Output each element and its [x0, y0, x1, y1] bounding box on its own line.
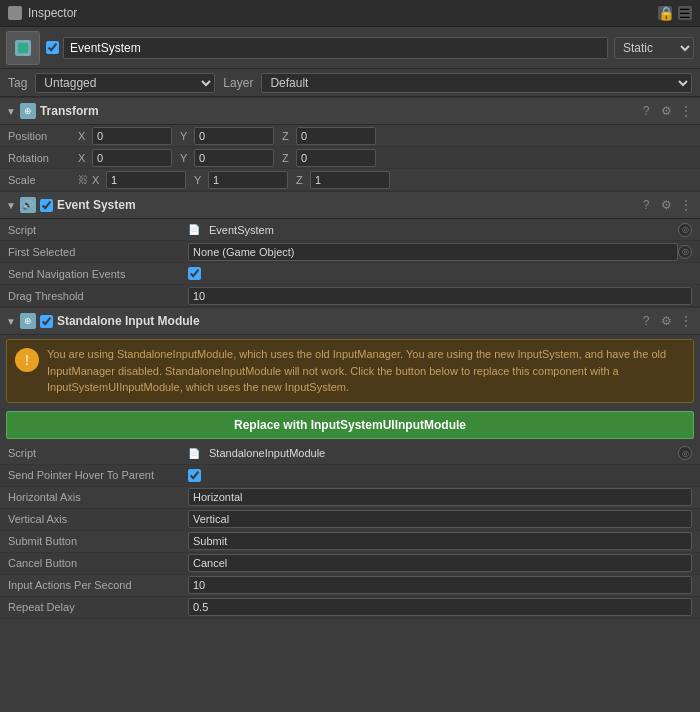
- object-header: Static: [0, 27, 700, 69]
- es-script-picker[interactable]: ◎: [678, 223, 692, 237]
- es-dragthreshold-row: Drag Threshold: [0, 285, 700, 307]
- es-dragthreshold-input[interactable]: [188, 287, 692, 305]
- sim-submit-value: [188, 532, 692, 550]
- standalone-settings-button[interactable]: ⚙: [658, 313, 674, 329]
- sim-sendpointer-label: Send Pointer Hover To Parent: [8, 469, 188, 481]
- sim-iaps-row: Input Actions Per Second: [0, 575, 700, 597]
- standalone-actions: ? ⚙ ⋮: [638, 313, 694, 329]
- es-firstselected-picker[interactable]: ◎: [678, 245, 692, 259]
- eventsystem-section-header[interactable]: ▼ 🔊 Event System ? ⚙ ⋮: [0, 191, 700, 219]
- position-label: Position: [8, 130, 78, 142]
- lock-button[interactable]: 🔒: [658, 6, 672, 20]
- transform-actions: ? ⚙ ⋮: [638, 103, 694, 119]
- scale-y-input[interactable]: [208, 171, 288, 189]
- es-sendnav-checkbox[interactable]: [188, 267, 201, 280]
- tag-layer-row: Tag Untagged Layer Default: [0, 69, 700, 97]
- sim-vaxis-value: [188, 510, 692, 528]
- es-script-label: Script: [8, 224, 188, 236]
- scale-label: Scale: [8, 174, 78, 186]
- eventsystem-help-button[interactable]: ?: [638, 197, 654, 213]
- eventsystem-menu-button[interactable]: ⋮: [678, 197, 694, 213]
- sim-haxis-label: Horizontal Axis: [8, 491, 188, 503]
- transform-section-header[interactable]: ▼ ⊕ Transform ? ⚙ ⋮: [0, 97, 700, 125]
- es-sendnav-value: [188, 267, 692, 280]
- sim-haxis-value: [188, 488, 692, 506]
- sim-iaps-input[interactable]: [188, 576, 692, 594]
- sim-submit-input[interactable]: [188, 532, 692, 550]
- es-sendnav-row: Send Navigation Events: [0, 263, 700, 285]
- eventsystem-settings-button[interactable]: ⚙: [658, 197, 674, 213]
- object-name-input[interactable]: [63, 37, 608, 59]
- pos-y-input[interactable]: [194, 127, 274, 145]
- rot-y-input[interactable]: [194, 149, 274, 167]
- sim-script-picker[interactable]: ◎: [678, 446, 692, 460]
- scale-z-input[interactable]: [310, 171, 390, 189]
- scale-y-axis: Y: [194, 174, 206, 186]
- replace-button[interactable]: Replace with InputSystemUIInputModule: [6, 411, 694, 439]
- sim-script-label: Script: [8, 447, 188, 459]
- sim-haxis-row: Horizontal Axis: [0, 487, 700, 509]
- warning-text: You are using StandaloneInputModule, whi…: [47, 346, 685, 396]
- transform-icon: ⊕: [20, 103, 36, 119]
- object-icon: [6, 31, 40, 65]
- scale-row: Scale ⛓ X Y Z: [0, 169, 700, 191]
- sim-script-icon: 📄: [188, 448, 200, 459]
- sim-vaxis-input[interactable]: [188, 510, 692, 528]
- eventsystem-enable-checkbox[interactable]: [40, 199, 53, 212]
- title-bar-text: Inspector: [28, 6, 77, 20]
- sim-cancel-label: Cancel Button: [8, 557, 188, 569]
- transform-settings-button[interactable]: ⚙: [658, 103, 674, 119]
- transform-props: Position X Y Z Rotation X Y Z Scale ⛓ X …: [0, 125, 700, 191]
- eventsystem-props: Script 📄 EventSystem ◎ First Selected ◎ …: [0, 219, 700, 307]
- es-firstselected-input[interactable]: [188, 243, 678, 261]
- object-active-checkbox[interactable]: [46, 41, 59, 54]
- standalone-menu-button[interactable]: ⋮: [678, 313, 694, 329]
- position-fields: X Y Z: [78, 127, 692, 145]
- rot-x-axis: X: [78, 152, 90, 164]
- sim-sendpointer-checkbox[interactable]: [188, 469, 201, 482]
- scale-x-input[interactable]: [106, 171, 186, 189]
- sim-sendpointer-row: Send Pointer Hover To Parent: [0, 465, 700, 487]
- es-firstselected-row: First Selected ◎: [0, 241, 700, 263]
- transform-help-button[interactable]: ?: [638, 103, 654, 119]
- rotation-row: Rotation X Y Z: [0, 147, 700, 169]
- transform-menu-button[interactable]: ⋮: [678, 103, 694, 119]
- standalone-enable-checkbox[interactable]: [40, 315, 53, 328]
- scale-link-icon: ⛓: [78, 174, 88, 185]
- static-dropdown[interactable]: Static: [614, 37, 694, 59]
- object-svg-icon: [13, 38, 33, 58]
- rot-x-input[interactable]: [92, 149, 172, 167]
- scale-z-axis: Z: [296, 174, 308, 186]
- tag-select[interactable]: Untagged: [35, 73, 215, 93]
- es-script-value: 📄 EventSystem: [188, 224, 678, 236]
- svg-rect-1: [18, 43, 28, 53]
- es-script-icon: 📄: [188, 224, 200, 235]
- rotation-label: Rotation: [8, 152, 78, 164]
- rot-y-axis: Y: [180, 152, 192, 164]
- sim-repeatdelay-input[interactable]: [188, 598, 692, 616]
- rot-z-input[interactable]: [296, 149, 376, 167]
- standalone-props: Script 📄 StandaloneInputModule ◎ Send Po…: [0, 443, 700, 619]
- sim-cancel-row: Cancel Button: [0, 553, 700, 575]
- es-sendnav-label: Send Navigation Events: [8, 268, 188, 280]
- standalone-help-button[interactable]: ?: [638, 313, 654, 329]
- pos-z-input[interactable]: [296, 127, 376, 145]
- pos-x-input[interactable]: [92, 127, 172, 145]
- sim-cancel-input[interactable]: [188, 554, 692, 572]
- sim-haxis-input[interactable]: [188, 488, 692, 506]
- standalone-section-header[interactable]: ▼ ⊕ Standalone Input Module ? ⚙ ⋮: [0, 307, 700, 335]
- es-script-text: EventSystem: [209, 224, 274, 236]
- sim-script-text: StandaloneInputModule: [209, 447, 325, 459]
- inspector-icon: [8, 6, 22, 20]
- standalone-title: Standalone Input Module: [57, 314, 638, 328]
- sim-iaps-label: Input Actions Per Second: [8, 579, 188, 591]
- title-bar: Inspector 🔒 ☰: [0, 0, 700, 27]
- scale-x-axis: X: [92, 174, 104, 186]
- es-script-row: Script 📄 EventSystem ◎: [0, 219, 700, 241]
- menu-button[interactable]: ☰: [678, 6, 692, 20]
- sim-repeatdelay-label: Repeat Delay: [8, 601, 188, 613]
- layer-select[interactable]: Default: [261, 73, 692, 93]
- layer-label: Layer: [223, 76, 253, 90]
- eventsystem-chevron: ▼: [6, 200, 16, 211]
- standalone-chevron: ▼: [6, 316, 16, 327]
